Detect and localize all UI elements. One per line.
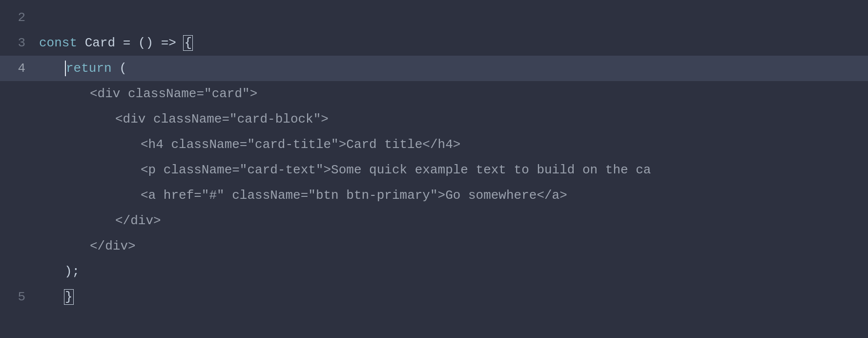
code-line-5: 5 } [0,284,868,310]
line-code-div-cardblock: <div className="card-block"> [39,106,868,132]
line-code-closeparen: ); [39,259,868,284]
code-line-p: <p className="card-text">Some quick exam… [0,157,868,183]
line-code-close-cardblock: </div> [39,208,868,233]
line-code-h4: <h4 className="card-title">Card title</h… [39,132,868,157]
line-code-4: return ( [39,56,868,81]
code-line-close-card: </div> [0,233,868,259]
line-number-2: 2 [0,5,39,30]
code-line-a: <a href="#" className="btn btn-primary">… [0,183,868,208]
code-line-4: 4 return ( [0,56,868,81]
line-number-5: 5 [0,284,39,310]
code-line-h4: <h4 className="card-title">Card title</h… [0,132,868,157]
line-number-3: 3 [0,30,39,56]
line-code-5: } [39,284,868,310]
code-line-closeparen: ); [0,259,868,284]
code-line-close-cardblock: </div> [0,208,868,233]
line-number-4: 4 [0,56,39,81]
code-editor[interactable]: 2 3 const Card = () => { 4 return ( <div… [0,0,868,338]
line-code-p: <p className="card-text">Some quick exam… [39,157,868,183]
line-code-div-card: <div className="card"> [39,81,868,106]
code-line-3: 3 const Card = () => { [0,30,868,56]
code-line-2: 2 [0,5,868,30]
line-code-close-card: </div> [39,233,868,259]
line-code-a: <a href="#" className="btn btn-primary">… [39,183,868,208]
line-code-3: const Card = () => { [39,30,868,56]
code-content: 2 3 const Card = () => { 4 return ( <div… [0,0,868,338]
code-line-div-cardblock: <div className="card-block"> [0,106,868,132]
code-line-div-card: <div className="card"> [0,81,868,106]
